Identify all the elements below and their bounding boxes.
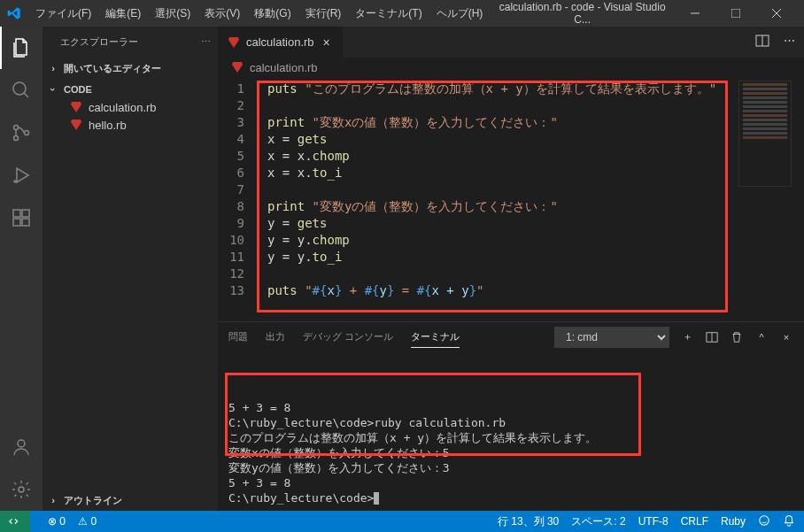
vscode-logo-icon bbox=[7, 6, 21, 20]
warnings-count[interactable]: ⚠ 0 bbox=[78, 515, 97, 528]
more-icon[interactable]: ⋯ bbox=[201, 36, 211, 48]
svg-rect-12 bbox=[22, 219, 29, 226]
chevron-down-icon: › bbox=[46, 82, 60, 96]
status-bar: ⊗ 0 ⚠ 0 行 13、列 30 スペース: 2 UTF-8 CRLF Rub… bbox=[0, 511, 804, 532]
file-item[interactable]: hello.rb bbox=[43, 116, 218, 134]
cursor-position[interactable]: 行 13、列 30 bbox=[498, 514, 559, 529]
activity-bar bbox=[0, 27, 43, 511]
minimize-button[interactable] bbox=[675, 0, 715, 27]
terminal[interactable]: 5 + 3 = 8C:\ruby_lecture\code>ruby calcu… bbox=[218, 351, 804, 511]
ruby-icon bbox=[69, 118, 83, 132]
svg-rect-1 bbox=[731, 9, 740, 18]
ruby-icon bbox=[69, 100, 83, 114]
chevron-right-icon: › bbox=[46, 493, 60, 507]
menu-item[interactable]: ファイル(F) bbox=[28, 3, 98, 25]
svg-point-20 bbox=[760, 515, 769, 525]
ruby-icon bbox=[227, 35, 241, 50]
menu-item[interactable]: 移動(G) bbox=[247, 3, 298, 25]
feedback-icon[interactable] bbox=[758, 514, 770, 529]
close-tab-icon[interactable]: × bbox=[320, 35, 334, 50]
new-terminal-icon[interactable]: ＋ bbox=[680, 330, 694, 344]
explorer-icon[interactable] bbox=[0, 27, 43, 69]
terminal-selector[interactable]: 1: cmd bbox=[554, 327, 669, 348]
kill-terminal-icon[interactable] bbox=[730, 330, 744, 344]
folder-section[interactable]: › CODE bbox=[43, 81, 218, 98]
explorer-title: エクスプローラー bbox=[60, 35, 138, 49]
panel-tab[interactable]: 出力 bbox=[266, 327, 285, 348]
extensions-icon[interactable] bbox=[0, 197, 43, 239]
open-editors-section[interactable]: › 開いているエディター bbox=[43, 59, 218, 77]
encoding[interactable]: UTF-8 bbox=[638, 515, 669, 528]
breadcrumb[interactable]: calculation.rb bbox=[218, 58, 804, 77]
ruby-icon bbox=[230, 60, 244, 74]
svg-rect-11 bbox=[13, 219, 20, 226]
search-icon[interactable] bbox=[0, 69, 43, 112]
svg-point-15 bbox=[19, 487, 24, 492]
panel-tab[interactable]: ターミナル bbox=[411, 327, 460, 348]
svg-point-7 bbox=[14, 136, 19, 141]
menu-item[interactable]: 編集(E) bbox=[98, 3, 148, 25]
errors-count[interactable]: ⊗ 0 bbox=[48, 515, 66, 528]
eol[interactable]: CRLF bbox=[681, 515, 708, 528]
window-title: calculation.rb - code - Visual Studio C.… bbox=[493, 1, 671, 26]
minimap[interactable] bbox=[738, 81, 792, 187]
language-mode[interactable]: Ruby bbox=[721, 515, 746, 528]
svg-point-14 bbox=[18, 440, 25, 447]
indentation[interactable]: スペース: 2 bbox=[571, 514, 625, 529]
svg-point-4 bbox=[13, 82, 26, 95]
code-editor[interactable]: 12345678910111213 puts "このプログラムは整数の加算（x … bbox=[218, 77, 804, 299]
menu-item[interactable]: ターミナル(T) bbox=[348, 3, 429, 25]
chevron-right-icon: › bbox=[46, 61, 60, 75]
svg-rect-13 bbox=[22, 210, 29, 217]
menu-item[interactable]: 選択(S) bbox=[148, 3, 197, 25]
menu-item[interactable]: 実行(R) bbox=[298, 3, 349, 25]
source-control-icon[interactable] bbox=[0, 112, 43, 154]
bottom-panel: 問題出力デバッグ コンソールターミナル 1: cmd ＋ ^ × 5 + 3 =… bbox=[218, 321, 804, 511]
run-debug-icon[interactable] bbox=[0, 154, 43, 197]
close-button[interactable] bbox=[756, 0, 797, 27]
maximize-button[interactable] bbox=[715, 0, 756, 27]
explorer-sidebar: エクスプローラー ⋯ › 開いているエディター › CODE calculati… bbox=[43, 27, 218, 511]
svg-point-8 bbox=[25, 131, 29, 135]
more-actions-icon[interactable]: ⋯ bbox=[784, 34, 795, 50]
svg-point-6 bbox=[14, 126, 19, 130]
svg-line-5 bbox=[24, 93, 28, 97]
split-editor-icon[interactable] bbox=[755, 34, 769, 50]
tab-calculation[interactable]: calculation.rb × bbox=[218, 27, 344, 58]
remote-button[interactable] bbox=[0, 511, 30, 532]
settings-icon[interactable] bbox=[0, 468, 43, 511]
outline-section[interactable]: › アウトライン bbox=[43, 491, 218, 509]
titlebar: ファイル(F)編集(E)選択(S)表示(V)移動(G)実行(R)ターミナル(T)… bbox=[0, 0, 804, 27]
panel-tab[interactable]: 問題 bbox=[228, 327, 248, 348]
menu-item[interactable]: ヘルプ(H) bbox=[429, 3, 491, 25]
close-panel-icon[interactable]: × bbox=[779, 330, 793, 344]
split-terminal-icon[interactable] bbox=[705, 330, 719, 344]
accounts-icon[interactable] bbox=[0, 426, 43, 468]
svg-point-9 bbox=[14, 181, 16, 182]
notifications-icon[interactable] bbox=[783, 514, 795, 529]
editor-tabs: calculation.rb × ⋯ bbox=[218, 27, 804, 58]
menu-item[interactable]: 表示(V) bbox=[197, 3, 247, 25]
file-item[interactable]: calculation.rb bbox=[43, 98, 218, 116]
panel-tab[interactable]: デバッグ コンソール bbox=[303, 327, 393, 348]
svg-rect-10 bbox=[13, 210, 20, 217]
maximize-panel-icon[interactable]: ^ bbox=[754, 330, 769, 344]
